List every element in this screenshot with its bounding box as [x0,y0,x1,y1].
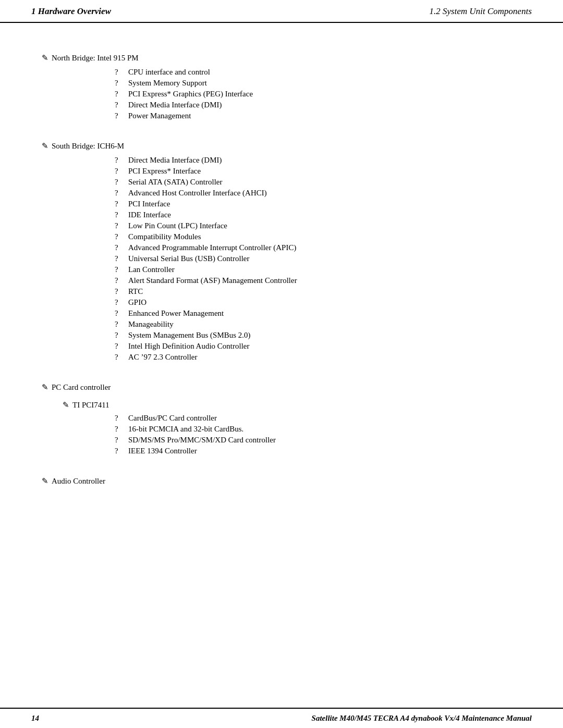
bullet-mark: ? [115,287,126,296]
list-item: ? 16-bit PCMCIA and 32-bit CardBus. [115,425,521,434]
list-item-text: Intel High Definition Audio Controller [128,342,249,351]
list-item-text: GPIO [128,298,146,307]
pencil-icon-north: ✎ [42,53,48,63]
list-item-text: Direct Media Interface (DMI) [128,101,222,109]
list-item-text: CPU interface and control [128,68,210,77]
bullet-mark: ? [115,276,126,285]
list-item-text: CardBus/PC Card controller [128,414,217,423]
bullet-mark: ? [115,243,126,252]
bullet-mark: ? [115,90,126,98]
bullet-mark: ? [115,112,126,120]
bullet-mark: ? [115,447,126,455]
pencil-icon-ti: ✎ [63,400,69,410]
pencil-icon-audio: ✎ [42,476,48,486]
bullet-mark: ? [115,232,126,241]
list-item-text: Power Management [128,112,191,120]
list-item-text: PCI Express* Interface [128,167,201,176]
list-item: ? Direct Media Interface (DMI) [115,156,521,165]
list-item-text: Advanced Programmable Interrupt Controll… [128,243,296,252]
list-item: ? PCI Express* Graphics (PEG) Interface [115,90,521,98]
list-item: ? Direct Media Interface (DMI) [115,101,521,109]
bullet-mark: ? [115,254,126,263]
list-item-text: Lan Controller [128,265,175,274]
north-bridge-section: ✎ North Bridge: Intel 915 PM [42,53,521,63]
list-item-text: Compatibility Modules [128,232,201,241]
pc-card-title: PC Card controller [52,383,111,392]
list-item: ? Advanced Host Controller Interface (AH… [115,189,521,198]
list-item: ? Serial ATA (SATA) Controller [115,178,521,187]
bullet-mark: ? [115,298,126,307]
list-item: ? RTC [115,287,521,296]
list-item-text: 16-bit PCMCIA and 32-bit CardBus. [128,425,243,434]
north-bridge-list: ? CPU interface and control ? System Mem… [115,68,521,120]
bullet-mark: ? [115,320,126,329]
pencil-icon-south: ✎ [42,141,48,151]
list-item-text: AC ’97 2.3 Controller [128,353,198,362]
header: 1 Hardware Overview 1.2 System Unit Comp… [0,0,563,23]
bullet-mark: ? [115,309,126,318]
bullet-mark: ? [115,178,126,187]
header-right: 1.2 System Unit Components [430,6,532,17]
footer: 14 Satellite M40/M45 TECRA A4 dynabook V… [0,708,563,728]
bullet-mark: ? [115,436,126,445]
list-item: ? Intel High Definition Audio Controller [115,342,521,351]
list-item: ? Low Pin Count (LPC) Interface [115,221,521,230]
list-item: ? System Management Bus (SMBus 2.0) [115,331,521,340]
list-item: ? Lan Controller [115,265,521,274]
list-item-text: Low Pin Count (LPC) Interface [128,221,227,230]
bullet-mark: ? [115,414,126,423]
list-item-text: RTC [128,287,143,296]
bullet-mark: ? [115,79,126,88]
audio-section: ✎ Audio Controller [42,476,521,486]
bullet-mark: ? [115,211,126,219]
list-item: ? Enhanced Power Management [115,309,521,318]
ti-title: TI PCI7411 [72,401,109,410]
bullet-mark: ? [115,189,126,198]
list-item-text: Serial ATA (SATA) Controller [128,178,223,187]
ti-subsection: ✎ TI PCI7411 [63,400,521,410]
bullet-mark: ? [115,156,126,165]
list-item-text: Universal Serial Bus (USB) Controller [128,254,249,263]
bullet-mark: ? [115,221,126,230]
list-item: ? Universal Serial Bus (USB) Controller [115,254,521,263]
list-item-text: IDE Interface [128,211,171,219]
footer-document-title: Satellite M40/M45 TECRA A4 dynabook Vx/4… [312,714,532,723]
list-item-text: SD/MS/MS Pro/MMC/SM/XD Card controller [128,436,276,445]
list-item: ? Alert Standard Format (ASF) Management… [115,276,521,285]
list-item: ? Advanced Programmable Interrupt Contro… [115,243,521,252]
list-item: ? IEEE 1394 Controller [115,447,521,455]
list-item-text: PCI Express* Graphics (PEG) Interface [128,90,253,98]
footer-page-number: 14 [31,714,39,723]
bullet-mark: ? [115,200,126,208]
bullet-mark: ? [115,342,126,351]
list-item-text: Enhanced Power Management [128,309,224,318]
list-item: ? GPIO [115,298,521,307]
main-content: ✎ North Bridge: Intel 915 PM ? CPU inter… [0,39,563,533]
bullet-mark: ? [115,68,126,77]
pencil-icon-pc: ✎ [42,382,48,392]
list-item-text: Manageability [128,320,174,329]
south-bridge-list: ? Direct Media Interface (DMI) ? PCI Exp… [115,156,521,362]
list-item-text: Direct Media Interface (DMI) [128,156,222,165]
page: 1 Hardware Overview 1.2 System Unit Comp… [0,0,563,728]
north-bridge-title: North Bridge: Intel 915 PM [52,54,139,63]
list-item: ? AC ’97 2.3 Controller [115,353,521,362]
list-item-text: IEEE 1394 Controller [128,447,197,455]
bullet-mark: ? [115,101,126,109]
list-item: ? Manageability [115,320,521,329]
list-item-text: System Memory Support [128,79,207,88]
bullet-mark: ? [115,331,126,340]
list-item: ? PCI Interface [115,200,521,208]
list-item: ? SD/MS/MS Pro/MMC/SM/XD Card controller [115,436,521,445]
bullet-mark: ? [115,265,126,274]
list-item: ? Power Management [115,112,521,120]
list-item: ? System Memory Support [115,79,521,88]
list-item-text: Advanced Host Controller Interface (AHCI… [128,189,267,198]
bullet-mark: ? [115,425,126,434]
list-item-text: Alert Standard Format (ASF) Management C… [128,276,297,285]
list-item-text: System Management Bus (SMBus 2.0) [128,331,251,340]
south-bridge-section: ✎ South Bridge: ICH6-M [42,141,521,151]
list-item: ? Compatibility Modules [115,232,521,241]
header-left: 1 Hardware Overview [31,6,111,17]
list-item-text: PCI Interface [128,200,170,208]
